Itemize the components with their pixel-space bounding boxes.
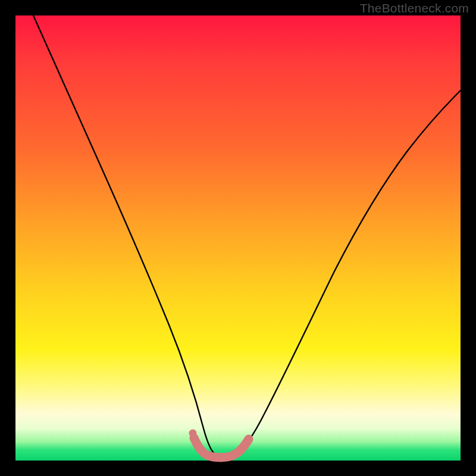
bottleneck-curve bbox=[33, 15, 461, 457]
highlight-dot-left bbox=[189, 430, 197, 437]
plot-area bbox=[15, 15, 461, 461]
watermark-text: TheBottleneck.com bbox=[360, 1, 469, 15]
highlight-band bbox=[194, 438, 249, 458]
chart-frame: TheBottleneck.com bbox=[0, 0, 476, 476]
curve-svg bbox=[15, 15, 461, 461]
